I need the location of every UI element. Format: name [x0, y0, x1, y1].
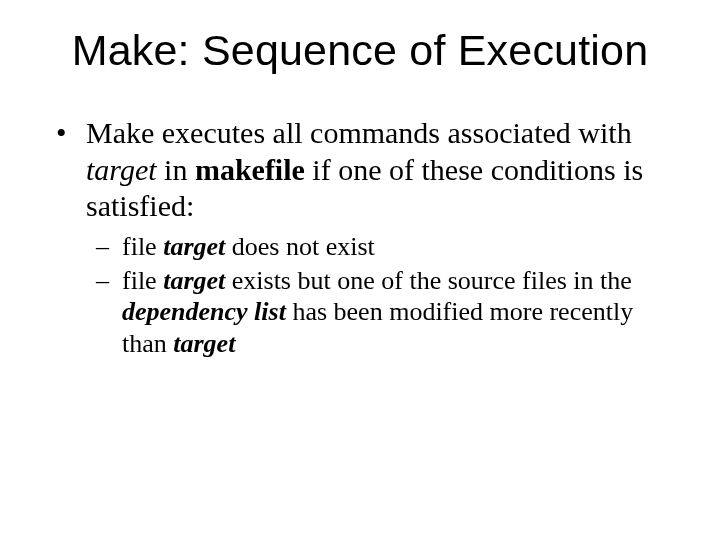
sub-bullet-2-pre: file [122, 266, 163, 295]
sub-bullet-list: file target does not exist file target e… [86, 231, 676, 360]
sub-bullet-2-target: target [163, 266, 225, 295]
bullet-1-text-pre: Make executes all commands associated wi… [86, 116, 632, 149]
bullet-1-target: target [86, 153, 157, 186]
bullet-1-mid1: in [157, 153, 195, 186]
sub-bullet-1-target: target [163, 232, 225, 261]
sub-bullet-1-pre: file [122, 232, 163, 261]
slide-title: Make: Sequence of Execution [44, 28, 676, 73]
bullet-list: Make executes all commands associated wi… [44, 115, 676, 360]
bullet-1: Make executes all commands associated wi… [78, 115, 676, 360]
sub-bullet-1: file target does not exist [116, 231, 676, 263]
sub-bullet-2-deplist: dependency list [122, 297, 286, 326]
sub-bullet-1-post: does not exist [225, 232, 375, 261]
slide: Make: Sequence of Execution Make execute… [0, 0, 720, 540]
bullet-1-makefile: makefile [195, 153, 305, 186]
sub-bullet-2-mid1: exists but one of the source files in th… [225, 266, 632, 295]
sub-bullet-2-target2: target [173, 329, 235, 358]
sub-bullet-2: file target exists but one of the source… [116, 265, 676, 360]
